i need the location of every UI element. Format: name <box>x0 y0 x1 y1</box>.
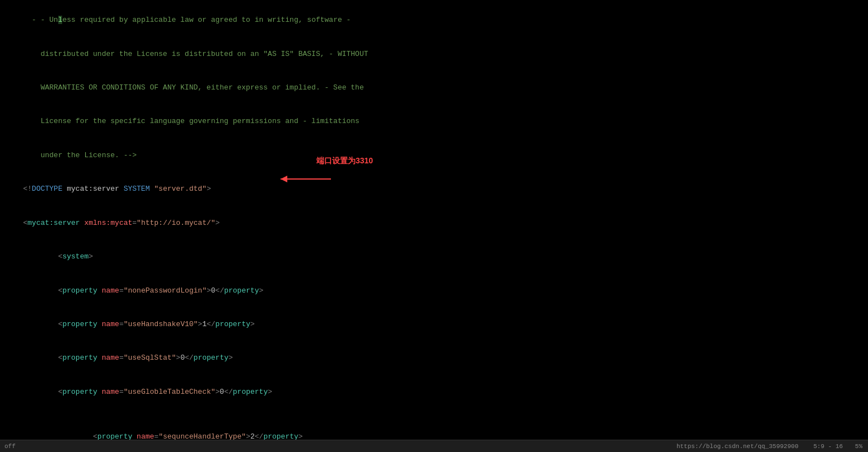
position-text: 5:9 - 16 <box>813 443 843 450</box>
bottom-bar: off https://blog.csdn.net/qq_35992900 5:… <box>0 440 868 452</box>
code-line-1: - - Unless required by applicable law or… <box>6 3 862 37</box>
bottom-off-text: off <box>4 443 16 450</box>
code-line-4: License for the specific language govern… <box>6 105 862 138</box>
code-line-11: <property name="useSqlStat">0</property> <box>6 341 862 375</box>
code-line-13 <box>6 409 862 420</box>
zoom-text: 5% <box>855 443 862 450</box>
code-line-6: <!DOCTYPE mycat:server SYSTEM "server.dt… <box>6 172 862 206</box>
code-line-5: under the License. --> <box>6 139 862 172</box>
bottom-right-info: https://blog.csdn.net/qq_35992900 5:9 - … <box>676 443 862 450</box>
code-line-9: <property name="nonePasswordLogin">0</pr… <box>6 274 862 307</box>
code-line-8: <system> <box>6 240 862 274</box>
code-line-2: distributed under the License is distrib… <box>6 37 862 70</box>
code-line-12: <property name="useGlobleTableCheck">0</… <box>6 375 862 409</box>
url-text: https://blog.csdn.net/qq_35992900 <box>676 443 799 450</box>
code-line-7: <mycat:server xmlns:mycat="http://io.myc… <box>6 206 862 240</box>
code-line-3: WARRANTIES OR CONDITIONS OF ANY KIND, ei… <box>6 71 862 105</box>
code-line-10: <property name="useHandshakeV10">1</prop… <box>6 308 862 341</box>
code-editor: - - Unless required by applicable law or… <box>0 0 868 452</box>
